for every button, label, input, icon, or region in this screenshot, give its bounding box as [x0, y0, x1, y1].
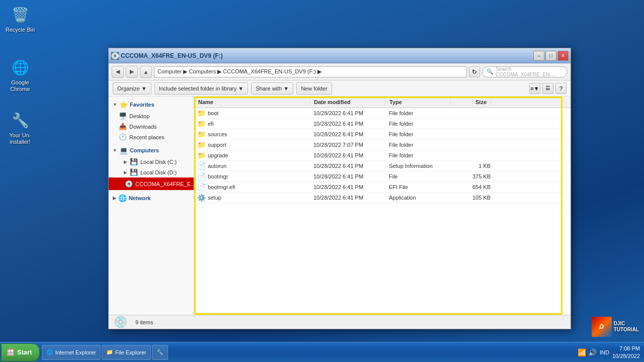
network-label: Network: [129, 195, 150, 201]
col-header-date[interactable]: Date modified: [310, 98, 385, 106]
favorites-header[interactable]: ▼ ⭐ Favorites: [109, 99, 194, 111]
sidebar-downloads-label: Downloads: [129, 124, 156, 130]
status-bar: 💿 9 items: [109, 315, 571, 329]
uninstaller-icon[interactable]: 🔧 Your Un-installer!: [3, 108, 38, 147]
taskbar: 🪟 Start 🌐 Internet Explorer 📁 File Explo…: [0, 342, 644, 362]
table-row[interactable]: 📄bootmgr.efi10/28/2022 6:41 PMEFI File65…: [194, 182, 571, 193]
start-label: Start: [17, 348, 32, 356]
file-size: 105 KB: [454, 195, 495, 201]
recycle-bin-image: 🗑️: [10, 5, 30, 25]
search-box[interactable]: 🔍 Search CCCOMA_X64FRE_EN-...: [482, 66, 568, 77]
sidebar-item-desktop[interactable]: 🖥️ Desktop: [109, 111, 194, 121]
file-date: 10/28/2022 6:41 PM: [313, 195, 389, 201]
toolbar: Organize ▼ Include selected folder in li…: [109, 80, 571, 97]
search-placeholder: Search CCCOMA_X64FRE_EN-...: [496, 66, 563, 77]
local-c-label: Local Disk (C:): [140, 159, 177, 165]
toolbar-right: ≡▼ ☰ ?: [529, 83, 567, 94]
file-name: bootmgr.efi: [208, 184, 313, 190]
taskbar-ie-button[interactable]: 🌐 Internet Explorer: [42, 345, 101, 360]
preview-pane-button[interactable]: ☰: [542, 83, 553, 94]
taskbar-carambis-button[interactable]: 🔧: [152, 345, 168, 360]
sidebar-recent-label: Recent places: [129, 134, 165, 140]
chrome-label: Google Chrome: [5, 79, 36, 93]
help-button[interactable]: ?: [555, 83, 567, 94]
refresh-button[interactable]: ↻: [469, 66, 480, 77]
file-icon: 📁: [197, 130, 206, 138]
col-header-name[interactable]: Name: [194, 98, 310, 106]
file-type: File folder: [389, 142, 454, 148]
table-row[interactable]: ⚙️setup10/28/2022 6:41 PMApplication105 …: [194, 193, 571, 203]
file-size: 654 KB: [454, 184, 495, 190]
expand-d-arrow: ▶: [124, 170, 127, 175]
file-name: setup: [208, 195, 313, 201]
include-folder-button[interactable]: Include selected folder in library ▼: [154, 82, 249, 95]
view-options-button[interactable]: ≡▼: [529, 83, 540, 94]
taskbar-explorer-button[interactable]: 📁 File Explorer: [102, 345, 151, 360]
explorer-icon: 📁: [106, 349, 113, 355]
sidebar-item-cccoma[interactable]: 💿 CCCOMA_X64FRE_E...: [109, 177, 194, 190]
file-name: support: [208, 142, 313, 148]
local-d-icon: 💾: [130, 168, 138, 176]
file-type: File: [389, 173, 454, 179]
file-date: 10/28/2022 6:41 PM: [313, 184, 389, 190]
file-date: 10/28/2022 6:41 PM: [313, 121, 389, 127]
uninstaller-image: 🔧: [10, 110, 30, 130]
network-header[interactable]: ▶ 🌐 Network: [109, 192, 194, 204]
file-icon: 📁: [197, 109, 206, 117]
network-tray-icon: 📶: [578, 348, 586, 356]
recycle-bin-label: Recycle Bin: [6, 27, 35, 33]
share-button[interactable]: Share with ▼: [251, 82, 293, 95]
content-area: ▼ ⭐ Favorites 🖥️ Desktop 📥 Downloads 🕐: [109, 97, 571, 315]
col-header-size[interactable]: Size: [451, 98, 491, 106]
include-label: Include selected folder in library ▼: [159, 85, 244, 92]
file-date: 10/28/2022 6:41 PM: [313, 163, 389, 169]
start-button[interactable]: 🪟 Start: [1, 343, 40, 361]
table-row[interactable]: 📄bootmgr10/28/2022 6:41 PMFile375 KB: [194, 171, 571, 182]
file-type: Application: [389, 195, 454, 201]
title-bar: 💽 CCCOMA_X64FRE_EN-US_DV9 (F:) – □ ✕: [109, 48, 571, 63]
ie-icon: 🌐: [46, 349, 53, 355]
computers-section: ▼ 💻 Computers ▶ 💾 Local Disk (C:) ▶ 💾 Lo…: [109, 144, 194, 190]
explorer-window: 💽 CCCOMA_X64FRE_EN-US_DV9 (F:) – □ ✕ ◀ ▶…: [108, 48, 571, 329]
computers-arrow: ▼: [113, 148, 117, 153]
status-item-count: 9 items: [135, 319, 153, 325]
sidebar-item-recent[interactable]: 🕐 Recent places: [109, 132, 194, 142]
file-size: 375 KB: [454, 173, 495, 179]
recycle-bin-icon[interactable]: 🗑️ Recycle Bin: [3, 3, 38, 35]
table-row[interactable]: 📁efi10/28/2022 6:41 PMFile folder: [194, 119, 571, 129]
logo-subtitle: TUTORIAL: [614, 327, 639, 333]
organize-button[interactable]: Organize ▼: [113, 82, 151, 95]
address-breadcrumb[interactable]: Computer ▶ Computers ▶ CCCOMA_X64FRE_EN-…: [154, 66, 467, 77]
sidebar-item-downloads[interactable]: 📥 Downloads: [109, 121, 194, 132]
file-name: upgrade: [208, 152, 313, 158]
file-date: 10/28/2022 6:41 PM: [313, 173, 389, 179]
file-date: 10/28/2022 6:41 PM: [313, 152, 389, 158]
logo-text: DJIC TUTORIAL: [614, 321, 639, 333]
djic-logo: D: [592, 317, 612, 337]
file-icon: 📄: [197, 183, 206, 191]
computers-header[interactable]: ▼ 💻 Computers: [109, 144, 194, 156]
window-title: CCCOMA_X64FRE_EN-US_DV9 (F:): [121, 52, 531, 59]
col-header-type[interactable]: Type: [385, 98, 451, 106]
local-d-label: Local Disk (D:): [140, 169, 177, 175]
clock[interactable]: 7:08 PM 10/28/2022: [612, 345, 640, 359]
table-row[interactable]: 📁boot10/28/2022 6:41 PMFile folder: [194, 108, 571, 119]
file-size: 1 KB: [454, 163, 495, 169]
file-type: Setup Information: [389, 163, 454, 169]
new-folder-button[interactable]: New folder: [296, 82, 332, 95]
logo-watermark: D DJIC TUTORIAL: [592, 317, 639, 337]
minimize-button[interactable]: –: [533, 51, 544, 61]
forward-button[interactable]: ▶: [126, 66, 138, 78]
sidebar-item-local-c[interactable]: ▶ 💾 Local Disk (C:): [109, 156, 194, 167]
maximize-button[interactable]: □: [545, 51, 556, 61]
chrome-icon[interactable]: 🌐 Google Chrome: [3, 55, 38, 95]
favorites-arrow: ▼: [113, 102, 117, 107]
sidebar-item-local-d[interactable]: ▶ 💾 Local Disk (D:): [109, 167, 194, 177]
close-button[interactable]: ✕: [557, 51, 569, 61]
back-button[interactable]: ◀: [112, 66, 124, 78]
table-row[interactable]: 📁upgrade10/28/2022 6:41 PMFile folder: [194, 150, 571, 161]
table-row[interactable]: 📁sources10/28/2022 6:41 PMFile folder: [194, 129, 571, 140]
up-button[interactable]: ▲: [140, 66, 152, 78]
table-row[interactable]: 📄autorun10/28/2022 6:41 PMSetup Informat…: [194, 161, 571, 171]
table-row[interactable]: 📁support10/28/2022 7:07 PMFile folder: [194, 140, 571, 150]
